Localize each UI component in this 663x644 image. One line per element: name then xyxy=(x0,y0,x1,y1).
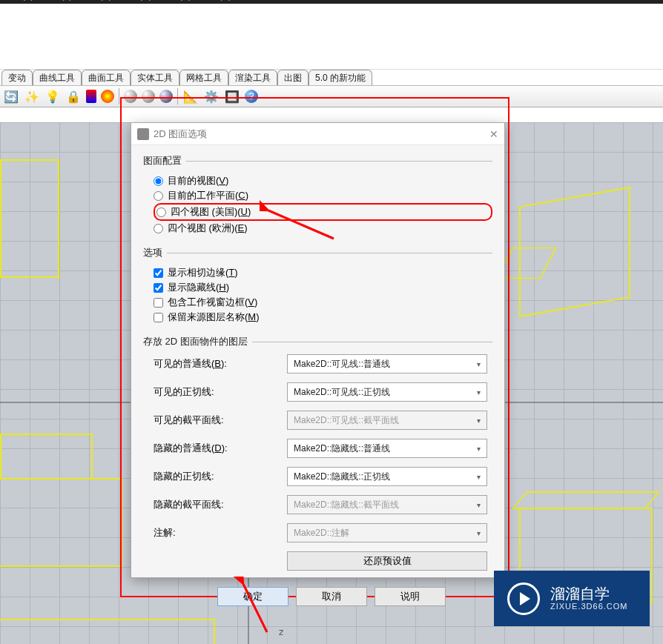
radio-four-view-eu[interactable]: 四个视图 (欧洲)(E) xyxy=(154,221,492,236)
watermark-url: ZIXUE.3D66.COM xyxy=(550,602,627,611)
dropdown-hidden-clipping: Make2D::隐藏线::截平面线▾ xyxy=(287,495,487,514)
toolbar: 🔄 ✨ 💡 🔒 📐 ⚙️ 🔲 ? xyxy=(0,85,663,107)
tab-curve[interactable]: 曲线工具 xyxy=(33,70,82,85)
label-visible-clipping: 可见的截平面线: xyxy=(154,414,287,427)
dialog-titlebar[interactable]: 2D 图面选项 ✕ xyxy=(131,123,504,145)
label-hidden-tangent: 隐藏的正切线: xyxy=(154,470,287,483)
gear-icon[interactable]: ⚙️ xyxy=(203,88,220,104)
tool-icon[interactable]: 🔄 xyxy=(3,88,19,104)
tool-tabs: 变动 曲线工具 曲面工具 实体工具 网格工具 渲染工具 出图 5.0 的新功能 xyxy=(0,70,663,85)
chevron-down-icon: ▾ xyxy=(477,529,481,537)
radio-current-view[interactable]: 目前的视图(V) xyxy=(154,173,492,188)
tool-icon[interactable]: 📐 xyxy=(182,88,199,104)
dropdown-hidden-tangent[interactable]: Make2D::隐藏线::正切线▾ xyxy=(287,467,487,486)
section-config: 图面配置 xyxy=(143,154,492,169)
lightbulb-icon[interactable]: 💡 xyxy=(44,88,61,104)
chevron-down-icon: ▾ xyxy=(477,501,481,509)
ok-button[interactable]: 确定 xyxy=(217,587,288,606)
watermark-title: 溜溜自学 xyxy=(550,585,627,602)
help-icon[interactable]: ? xyxy=(245,90,258,103)
dialog-icon xyxy=(137,128,149,140)
tab-drafting[interactable]: 出图 xyxy=(277,70,309,85)
check-tangent-edges[interactable]: 显示相切边缘(T) xyxy=(154,265,492,280)
dropdown-visible-tangent[interactable]: Make2D::可见线::正切线▾ xyxy=(287,382,487,402)
tab-mesh[interactable]: 网格工具 xyxy=(179,70,228,85)
watermark: 溜溜自学 ZIXUE.3D66.COM xyxy=(494,571,650,626)
help-button[interactable]: 说明 xyxy=(375,587,446,606)
section-options: 选项 xyxy=(143,246,492,261)
axis-label-z: z xyxy=(279,626,284,637)
menu-bar: 变动(T) 工具(L) 分析(A) 渲染(R) 曲板(P) 说明(H) xyxy=(0,0,663,4)
dropdown-annotation: Make2D::注解▾ xyxy=(287,523,487,542)
check-maintain-layers[interactable]: 保留来源图层名称(M) xyxy=(154,310,492,325)
check-hidden-lines[interactable]: 显示隐藏线(H) xyxy=(154,280,492,295)
play-icon xyxy=(507,582,540,615)
tab-surface[interactable]: 曲面工具 xyxy=(82,70,131,85)
tool-icon[interactable]: 🔲 xyxy=(224,88,240,104)
sphere-icon[interactable] xyxy=(159,90,173,103)
tab-new[interactable]: 5.0 的新功能 xyxy=(309,70,372,85)
make2d-dialog: 2D 图面选项 ✕ 图面配置 目前的视图(V) 目前的工作平面(C) 四个视图 … xyxy=(131,122,505,578)
radio-current-cplane[interactable]: 目前的工作平面(C) xyxy=(154,188,492,203)
reset-button[interactable]: 还原预设值 xyxy=(287,551,487,571)
dropdown-hidden-lines[interactable]: Make2D::隐藏线::普通线▾ xyxy=(287,439,487,458)
sphere-icon[interactable] xyxy=(124,90,137,103)
cancel-button[interactable]: 取消 xyxy=(296,587,367,606)
label-visible-tangent: 可见的正切线: xyxy=(154,385,287,399)
dropdown-visible-clipping: Make2D::可见线::截平面线▾ xyxy=(287,411,487,430)
section-layers: 存放 2D 图面物件的图层 xyxy=(143,335,492,350)
dropdown-visible-lines[interactable]: Make2D::可见线::普通线▾ xyxy=(287,354,487,374)
label-annotation: 注解: xyxy=(154,526,287,540)
sphere-icon[interactable] xyxy=(142,90,155,103)
chevron-down-icon: ▾ xyxy=(477,416,481,425)
tab-render[interactable]: 渲染工具 xyxy=(228,70,277,85)
chevron-down-icon: ▾ xyxy=(477,473,481,481)
tool-icon[interactable] xyxy=(86,90,96,103)
command-area xyxy=(0,4,663,69)
tool-icon[interactable]: ✨ xyxy=(24,88,40,104)
label-hidden-lines: 隐藏的普通线(D): xyxy=(154,442,287,455)
chevron-down-icon: ▾ xyxy=(477,360,481,368)
circle-icon[interactable] xyxy=(101,90,114,103)
check-viewport-rect[interactable]: 包含工作视窗边框(V) xyxy=(154,295,492,310)
dialog-title: 2D 图面选项 xyxy=(154,127,207,141)
radio-four-view-us[interactable]: 四个视图 (美国)(U) xyxy=(154,203,492,221)
label-visible-lines: 可见的普通线(B): xyxy=(154,357,287,371)
tab-transform[interactable]: 变动 xyxy=(1,70,33,85)
chevron-down-icon: ▾ xyxy=(477,388,481,396)
lock-icon[interactable]: 🔒 xyxy=(65,88,82,104)
chevron-down-icon: ▾ xyxy=(477,445,481,453)
close-icon[interactable]: ✕ xyxy=(489,128,498,140)
label-hidden-clipping: 隐藏的截平面线: xyxy=(154,498,287,511)
tab-solid[interactable]: 实体工具 xyxy=(131,70,179,85)
